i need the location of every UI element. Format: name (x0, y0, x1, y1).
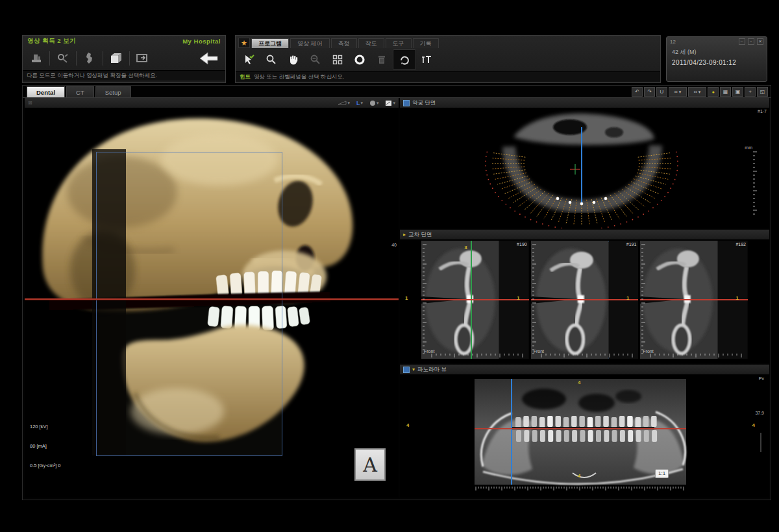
cross-slice-2[interactable]: #191 1 Front (531, 241, 639, 359)
pano-blue-line (511, 379, 512, 485)
pano-ruler (475, 486, 689, 492)
pano-scale-badge: 1:1 (655, 469, 669, 478)
axial-slice-line[interactable] (25, 298, 399, 300)
slice-horizontal-line[interactable] (640, 299, 748, 300)
slice-ruler (641, 243, 647, 356)
rotate-3d-icon[interactable] (393, 49, 416, 70)
back-arrow-icon[interactable] (194, 49, 223, 68)
ribbon-tab-5[interactable]: 기록 (413, 38, 439, 48)
arch-viewport[interactable]: #1-7 mm (400, 108, 769, 228)
tab-dental[interactable]: Dental (27, 86, 65, 97)
korea-map-icon[interactable] (79, 49, 101, 68)
delete-icon[interactable] (371, 50, 393, 69)
cross-section-panel: ▸ 교차 단면 1 (400, 230, 769, 363)
acquisition-titlebar: 영상 획득 2 보기 My Hospital (23, 36, 225, 46)
zoom-out-icon[interactable] (304, 50, 327, 69)
patient-id: 12 (670, 39, 676, 45)
pointer-select-icon[interactable] (238, 50, 260, 69)
ribbon-tab-3[interactable]: 작도 (358, 38, 384, 48)
sensor-arm-icon[interactable] (52, 49, 74, 68)
arch-panel-header: 악궁 단면 (400, 98, 769, 108)
grid-layout-icon[interactable]: ▦ (720, 87, 731, 97)
annotation-dropdown[interactable]: ▾ (385, 100, 395, 106)
ribbon-tab-1[interactable]: 영상 제어 (290, 38, 330, 48)
panel-icon: ▸ (403, 232, 406, 237)
view-preset-dropdown[interactable]: ▪▪ ▾ (669, 87, 687, 97)
tooth-marker: 1 (517, 295, 519, 301)
cross-section-row: 1 #190 (400, 239, 769, 360)
divider (76, 51, 77, 66)
ring-icon[interactable] (349, 50, 371, 69)
patient-info-box: 12 ‒ ▫ ✕ 42 세 (M) 2011/04/23-09:01:12 (666, 36, 767, 82)
cross-slice-1[interactable]: #190 3 1 Front (421, 241, 529, 359)
pano-panel-header: ▾ 파노라마 뷰 (400, 365, 769, 375)
slice-scale (649, 353, 747, 358)
zoom-in-icon[interactable] (260, 50, 282, 69)
favorites-star-icon[interactable]: ★ (238, 38, 250, 48)
render-mode-dropdown[interactable]: ▾ (369, 100, 379, 106)
volume-cube-icon[interactable] (105, 49, 127, 68)
add-layout-icon[interactable]: + (745, 87, 756, 97)
ribbon-tab-2[interactable]: 측정 (331, 38, 357, 48)
clip-box-outline[interactable] (96, 152, 282, 456)
patient-info-line: 42 세 (M) (667, 46, 767, 56)
slice-id: #190 (517, 242, 527, 247)
ribbon-hint-text: 영상 또는 라벨패널을 선택 하십시오. (254, 73, 344, 81)
redo-icon[interactable]: ↷ (644, 87, 655, 97)
cross-panel-header: ▸ 교차 단면 (400, 230, 769, 240)
minimize-icon[interactable]: ‒ (739, 38, 745, 45)
panoramic-panel: ▾ 파노라마 뷰 4 4 (400, 365, 769, 498)
restore-icon[interactable]: ▫ (748, 38, 754, 45)
hospital-name: My Hospital (182, 38, 221, 45)
layout-grid-icon[interactable] (327, 50, 349, 69)
volume-3d-viewport[interactable]: 40 120 [kV] 80 [mA] 0.5 [Gy·cm²] 0 A (25, 108, 399, 498)
pan-hand-icon[interactable] (282, 50, 304, 69)
tooth-marker: 3 (464, 245, 467, 250)
u-tool-icon[interactable]: U (656, 87, 667, 97)
ribbon-tab-4[interactable]: 도구 (386, 38, 412, 48)
close-icon[interactable]: ✕ (757, 38, 763, 45)
panel-icon (403, 367, 410, 373)
slice-scale (540, 353, 637, 358)
quick-icon-strip: ↶ ↷ U ▪▪ ▾ ▪▪ ▾ ● ▦ ▣ + ◱ (632, 87, 768, 97)
pano-marker-left: 4 (406, 422, 409, 428)
ribbon-tab-0[interactable]: 프로그램 (251, 38, 289, 48)
pano-image[interactable] (400, 374, 769, 498)
acquisition-hint: 다른 모드로 이동하거나 영상패널 확장을 선택하세요. (23, 70, 225, 80)
divider (129, 51, 130, 66)
orientation-marker-a: A (354, 448, 386, 481)
tab-ct[interactable]: CT (66, 86, 94, 97)
undo-icon[interactable]: ↶ (632, 87, 643, 97)
flip-view-icon[interactable] (416, 50, 438, 69)
tooth-marker: 1 (736, 295, 739, 301)
pano-marker-right: 4 (752, 422, 755, 428)
edge-value: 40 (391, 243, 397, 247)
panel-grip-icon: ⊠ (28, 100, 32, 106)
chair-scan-icon[interactable] (25, 49, 47, 68)
divider (103, 51, 103, 66)
corner-layout-icon[interactable]: ◱ (757, 87, 768, 97)
capture-screen-icon[interactable] (132, 49, 154, 68)
panel-icon (403, 100, 410, 106)
clip-plane-dropdown[interactable]: ▾ (338, 100, 350, 106)
dot-layout-icon[interactable]: ● (708, 87, 719, 97)
arch-blue-line (581, 127, 582, 202)
tab-setup[interactable]: Setup (95, 86, 131, 97)
orientation-l-dropdown[interactable]: L▾ (356, 100, 363, 106)
slice-id: #191 (626, 242, 637, 247)
volume-3d-panel: ⊠ ▾ L▾ ▾ ▾ (25, 98, 399, 498)
pano-side-value: 37.9 (755, 411, 764, 415)
pano-red-line (475, 428, 686, 429)
slice-horizontal-line[interactable] (421, 299, 529, 300)
tooth-marker: 1 (626, 295, 629, 301)
slice-id: #192 (736, 242, 746, 247)
ribbon-panel: ★ 프로그램 영상 제어 측정 작도 도구 기록 (235, 35, 661, 83)
pano-viewport[interactable]: 4 4 4 4 Pv 37.9 1:1 (400, 374, 769, 498)
full-layout-icon[interactable]: ▣ (732, 87, 743, 97)
cross-slice-3[interactable]: #192 1 Front (640, 241, 748, 359)
filter-dropdown[interactable]: ▪▪ ▾ (688, 87, 706, 97)
slice-horizontal-line[interactable] (531, 299, 639, 300)
arch-image[interactable] (400, 108, 769, 228)
workspace-tab-strip: Dental CT Setup (27, 86, 131, 97)
slice-ruler (422, 243, 428, 356)
